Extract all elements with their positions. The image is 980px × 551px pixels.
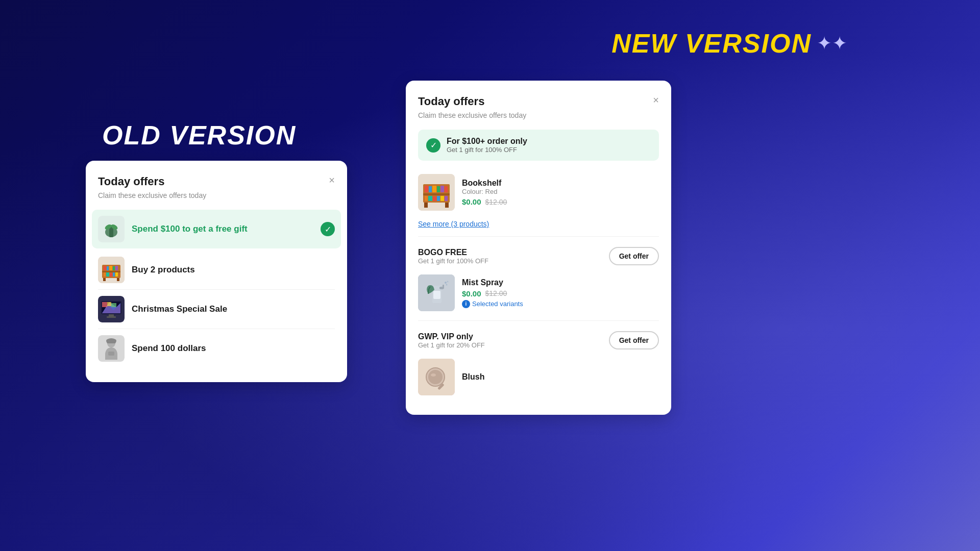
mist-spray-product-thumb	[418, 274, 455, 311]
selected-variants-text: Selected variants	[472, 300, 523, 308]
svg-rect-14	[115, 266, 118, 270]
bogo-offer-row: BOGO FREE Get 1 gift for 100% OFF Get of…	[418, 241, 659, 269]
bookshelf-product-price: $0.00 $12.00	[462, 197, 507, 206]
svg-rect-46	[433, 196, 436, 201]
section-divider-1	[418, 236, 659, 237]
svg-rect-37	[423, 193, 450, 195]
sparkle-icon: ✦✦	[817, 33, 847, 54]
old-item-label-christmas: Christmas Special Sale	[132, 304, 335, 314]
svg-rect-38	[425, 186, 428, 192]
mist-spray-price-current: $0.00	[462, 289, 481, 298]
svg-point-57	[447, 281, 449, 283]
offer-banner-title: For $100+ order only	[447, 137, 527, 146]
old-item-thumb-computer	[98, 296, 125, 322]
blush-product-item: Blush	[418, 354, 659, 400]
svg-rect-27	[111, 303, 116, 307]
svg-rect-44	[425, 196, 428, 201]
svg-rect-55	[443, 285, 444, 289]
svg-rect-18	[113, 272, 115, 277]
old-version-label: OLD VERSION	[102, 120, 296, 151]
svg-rect-16	[106, 272, 109, 277]
mist-spray-product-item: Mist Spray $0.00 $12.00 i Selected varia…	[418, 269, 659, 316]
old-item-label-spend100: Spend 100 dollars	[132, 343, 335, 354]
bogo-desc: Get 1 gift for 100% OFF	[418, 257, 488, 265]
svg-point-56	[445, 282, 447, 284]
old-card-close-button[interactable]: ×	[329, 175, 335, 185]
svg-rect-42	[440, 186, 444, 192]
svg-rect-48	[440, 196, 444, 201]
svg-rect-40	[432, 186, 436, 192]
gwp-offer-info: GWP. VIP only Get 1 gift for 20% OFF	[418, 332, 485, 349]
mist-spray-product-info: Mist Spray $0.00 $12.00 i Selected varia…	[462, 278, 523, 308]
svg-point-58	[446, 284, 448, 286]
blush-product-name: Blush	[462, 372, 484, 382]
old-item-label-buy2: Buy 2 products	[132, 265, 335, 275]
new-card-close-button[interactable]: ×	[653, 95, 659, 105]
svg-point-63	[431, 373, 436, 377]
bookshelf-product-thumb	[418, 174, 455, 211]
old-offer-item-active[interactable]: Spend $100 to get a free gift ✓	[92, 210, 341, 248]
section-divider-2	[418, 320, 659, 321]
new-card-title: Today offers	[418, 95, 484, 108]
svg-rect-47	[437, 196, 440, 201]
svg-rect-43	[445, 186, 448, 192]
new-card-header: Today offers ×	[418, 95, 659, 108]
old-item-label-active: Spend $100 to get a free gift	[132, 224, 313, 234]
bookshelf-price-original: $12.00	[485, 198, 507, 206]
old-item-check-icon: ✓	[321, 222, 335, 236]
svg-rect-17	[110, 273, 112, 277]
new-version-card: Today offers × Claim these exclusive off…	[406, 81, 671, 415]
old-item-thumb-person	[98, 335, 125, 362]
old-offer-item-spend100[interactable]: Spend 100 dollars	[98, 329, 335, 368]
bookshelf-price-current: $0.00	[462, 197, 481, 206]
offer-banner-text: For $100+ order only Get 1 gift for 100%…	[447, 137, 527, 154]
svg-rect-45	[428, 196, 432, 201]
svg-rect-32	[108, 352, 114, 356]
mist-spray-product-name: Mist Spray	[462, 278, 523, 287]
old-item-thumb-gift	[98, 216, 125, 242]
mist-spray-product-price: $0.00 $12.00	[462, 289, 523, 298]
old-version-card: Today offers × Claim these exclusive off…	[86, 161, 347, 382]
bogo-offer-info: BOGO FREE Get 1 gift for 100% OFF	[418, 248, 488, 265]
new-card-subtitle: Claim these exclusive offers today	[418, 111, 659, 119]
old-offer-item-buy2[interactable]: Buy 2 products	[98, 251, 335, 290]
svg-rect-41	[437, 186, 440, 192]
svg-rect-49	[445, 196, 448, 201]
gwp-get-offer-button[interactable]: Get offer	[609, 331, 659, 349]
svg-rect-29	[107, 316, 116, 318]
blush-product-info: Blush	[462, 372, 484, 382]
svg-rect-26	[107, 302, 111, 306]
svg-rect-11	[107, 266, 109, 270]
svg-rect-13	[113, 266, 115, 270]
bogo-get-offer-button[interactable]: Get offer	[609, 247, 659, 265]
svg-point-61	[428, 370, 443, 384]
svg-rect-53	[433, 291, 440, 299]
new-version-label: NEW VERSION ✦✦	[611, 28, 847, 59]
offer-banner-check-icon: ✓	[426, 138, 440, 153]
svg-rect-9	[102, 271, 120, 272]
old-offer-item-christmas[interactable]: Christmas Special Sale	[98, 290, 335, 329]
info-icon: i	[462, 300, 470, 308]
bogo-title: BOGO FREE	[418, 248, 488, 257]
old-card-header: Today offers ×	[98, 175, 335, 188]
svg-rect-12	[109, 266, 112, 270]
bookshelf-product-item: Bookshelf Colour: Red $0.00 $12.00	[418, 169, 659, 216]
old-card-subtitle: Claim these exclusive offers today	[98, 191, 335, 199]
offer-banner-desc: Get 1 gift for 100% OFF	[447, 146, 527, 154]
gwp-desc: Get 1 gift for 20% OFF	[418, 341, 485, 349]
selected-variants: i Selected variants	[462, 300, 523, 308]
bookshelf-product-info: Bookshelf Colour: Red $0.00 $12.00	[462, 179, 507, 206]
mist-spray-price-original: $12.00	[485, 289, 507, 297]
see-more-link[interactable]: See more (3 products)	[418, 220, 659, 228]
svg-rect-28	[109, 314, 114, 316]
offer-banner: ✓ For $100+ order only Get 1 gift for 10…	[418, 130, 659, 161]
svg-rect-19	[115, 272, 118, 277]
svg-rect-25	[102, 302, 107, 307]
svg-rect-39	[429, 186, 432, 192]
gwp-offer-row: GWP. VIP only Get 1 gift for 20% OFF Get…	[418, 325, 659, 354]
svg-rect-15	[104, 272, 106, 277]
old-item-thumb-bookshelf	[98, 257, 125, 283]
gwp-title: GWP. VIP only	[418, 332, 485, 341]
bookshelf-product-name: Bookshelf	[462, 179, 507, 188]
old-card-title: Today offers	[98, 175, 164, 188]
